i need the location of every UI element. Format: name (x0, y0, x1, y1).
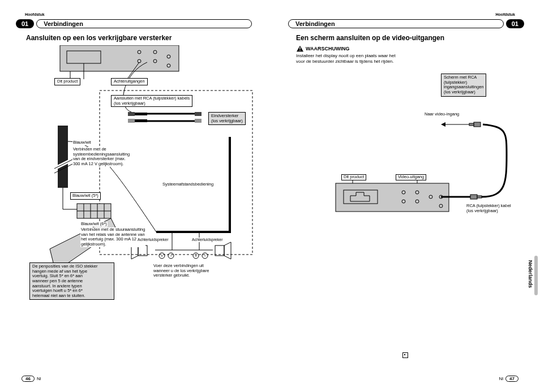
warning-body: Installeer het display nooit op een plaa… (296, 53, 426, 64)
page-right: Hoofdstuk 01 Verbindingen Een scherm aan… (270, 0, 540, 392)
svg-text:−: − (204, 254, 206, 258)
lang-code-right: Nl (499, 376, 504, 381)
svg-rect-13 (195, 112, 202, 116)
heading-right: Een scherm aansluiten op de video-uitgan… (296, 34, 524, 42)
chapter-label-left: Hoofdstuk (25, 12, 45, 16)
diagram-amplifier: + − + − Dit product Achteruitgangen Aans… (26, 45, 264, 305)
heading-left: Aansluiten op een los verkrijgbare verst… (26, 34, 254, 42)
svg-text:−: − (170, 254, 172, 258)
chapter-number-pill-right: 01 (506, 19, 524, 28)
svg-point-38 (402, 191, 405, 194)
svg-rect-48 (474, 122, 481, 127)
label-voer-deze: Voer deze verbindingen uit wanneer u de … (153, 264, 209, 278)
label-blauwwit6: Blauw/wit (6*) (80, 222, 108, 227)
section-end-icon (402, 352, 408, 358)
svg-rect-14 (195, 119, 202, 123)
wiring-svg-right (296, 70, 522, 240)
section-bar-left: 01 Verbindingen (16, 19, 254, 28)
chapter-number-pill-left: 01 (16, 19, 34, 28)
svg-rect-47 (477, 196, 482, 198)
label-video-uitgang: Video-uitgang (396, 174, 426, 180)
warning-icon (296, 45, 304, 52)
svg-text:+: + (161, 254, 163, 258)
label-dit-product-r: Dit product (341, 174, 366, 180)
svg-point-44 (439, 204, 443, 208)
svg-rect-34 (299, 47, 300, 49)
label-naar-video: Naar video-ingang (424, 112, 460, 117)
svg-rect-0 (60, 45, 179, 71)
label-blauwwit-head: Blauw/wit (72, 140, 92, 145)
label-blauwwit-desc: Verbinden met de systeembedieningsaanslu… (72, 147, 130, 167)
svg-point-5 (153, 59, 157, 63)
svg-rect-9 (128, 112, 135, 116)
svg-rect-12 (135, 119, 147, 122)
warning-label: WAARSCHUWING (306, 46, 350, 51)
svg-rect-23 (138, 245, 147, 256)
language-tab-bar (534, 256, 538, 295)
section-title-left: Verbindingen (36, 19, 252, 28)
chapter-label-right: Hoofdstuk (495, 12, 515, 16)
svg-rect-46 (470, 195, 477, 199)
svg-point-3 (153, 50, 157, 54)
label-rca-note: Aansluiten met RCA (tulpstekker) kabels … (111, 95, 192, 107)
svg-point-39 (415, 191, 419, 194)
label-dit-product: Dit product (54, 78, 80, 85)
label-scherm-box: Scherm met RCA (tulpstekker) ingangsaans… (441, 74, 486, 97)
svg-text:+: + (195, 254, 197, 258)
svg-point-42 (429, 195, 432, 199)
label-eindversterker: Eindversterker (los verkrijgbaar) (208, 112, 246, 125)
label-systeem: Systeemafstandsbediening (162, 182, 214, 187)
svg-rect-49 (469, 123, 474, 126)
warning-row: WAARSCHUWING (296, 45, 524, 52)
language-tab: Nederlands (528, 260, 533, 288)
label-rca-kabel: RCA (tulpstekker) kabel (los verkrijgbaa… (466, 204, 512, 213)
svg-point-40 (402, 200, 405, 203)
section-title-right: Verbindingen (288, 19, 504, 28)
svg-rect-10 (135, 113, 147, 115)
page-number-left: 46 (22, 376, 35, 382)
svg-rect-35 (299, 50, 300, 51)
svg-rect-11 (128, 119, 135, 123)
label-blauwwit5: Blauw/wit (5*) (70, 192, 101, 200)
lang-code-left: Nl (37, 376, 41, 381)
section-bar-right: 01 Verbindingen (286, 19, 524, 28)
svg-point-2 (138, 50, 141, 54)
label-achterluidspreker-l: Achterluidspreker (137, 238, 169, 242)
label-achterluidspreker-r: Achterluidspreker (191, 238, 223, 242)
svg-point-6 (167, 55, 170, 58)
page-left: Hoofdstuk 01 Verbindingen Aansluiten op … (0, 0, 270, 392)
svg-marker-50 (441, 122, 445, 127)
label-blauwwit6-desc: Verbinden met de stuuraansluiting van he… (80, 227, 145, 247)
label-achteruitgangen: Achteruitgangen (111, 78, 148, 85)
svg-rect-15 (58, 126, 68, 188)
page-footer-right: Nl 47 (499, 376, 518, 382)
label-iso-note: De penposities van de ISO stekker hangen… (29, 262, 114, 300)
svg-point-7 (167, 64, 170, 67)
svg-rect-24 (215, 245, 224, 256)
diagram-video: Scherm met RCA (tulpstekker) ingangsaans… (296, 70, 522, 240)
page-footer-left: 46 Nl (22, 376, 41, 382)
svg-point-41 (415, 200, 419, 203)
page-number-right: 47 (505, 376, 518, 382)
